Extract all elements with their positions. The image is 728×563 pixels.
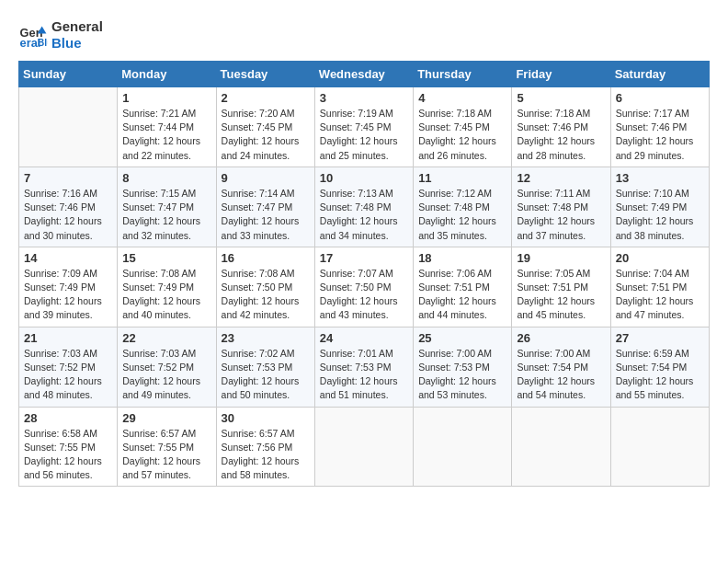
- calendar-table: SundayMondayTuesdayWednesdayThursdayFrid…: [18, 61, 710, 487]
- day-info: Sunrise: 7:12 AM Sunset: 7:48 PM Dayligh…: [418, 187, 506, 243]
- week-row-1: 1Sunrise: 7:21 AM Sunset: 7:44 PM Daylig…: [19, 87, 710, 167]
- day-cell: [512, 407, 610, 487]
- day-number: 2: [222, 91, 310, 105]
- day-number: 4: [418, 91, 506, 105]
- day-number: 3: [320, 91, 408, 105]
- col-header-thursday: Thursday: [414, 62, 512, 87]
- day-number: 27: [616, 331, 704, 345]
- col-header-sunday: Sunday: [19, 62, 118, 87]
- day-cell: 18Sunrise: 7:06 AM Sunset: 7:51 PM Dayli…: [414, 247, 512, 327]
- day-cell: 24Sunrise: 7:01 AM Sunset: 7:53 PM Dayli…: [314, 327, 413, 407]
- day-number: 9: [222, 171, 310, 185]
- day-cell: 14Sunrise: 7:09 AM Sunset: 7:49 PM Dayli…: [19, 247, 118, 327]
- week-row-2: 7Sunrise: 7:16 AM Sunset: 7:46 PM Daylig…: [19, 167, 710, 247]
- day-number: 29: [122, 411, 210, 425]
- day-info: Sunrise: 7:03 AM Sunset: 7:52 PM Dayligh…: [24, 347, 112, 403]
- day-info: Sunrise: 7:17 AM Sunset: 7:46 PM Dayligh…: [616, 107, 704, 163]
- svg-text:Blue: Blue: [38, 38, 48, 48]
- day-cell: 11Sunrise: 7:12 AM Sunset: 7:48 PM Dayli…: [414, 167, 512, 247]
- calendar-header-row: SundayMondayTuesdayWednesdayThursdayFrid…: [19, 62, 710, 87]
- day-cell: 27Sunrise: 6:59 AM Sunset: 7:54 PM Dayli…: [610, 327, 709, 407]
- logo-line2: Blue: [51, 35, 103, 52]
- day-number: 5: [517, 91, 605, 105]
- day-cell: 10Sunrise: 7:13 AM Sunset: 7:48 PM Dayli…: [314, 167, 413, 247]
- day-cell: 23Sunrise: 7:02 AM Sunset: 7:53 PM Dayli…: [216, 327, 314, 407]
- day-number: 26: [517, 331, 605, 345]
- day-cell: 22Sunrise: 7:03 AM Sunset: 7:52 PM Dayli…: [118, 327, 216, 407]
- day-info: Sunrise: 6:57 AM Sunset: 7:56 PM Dayligh…: [222, 427, 310, 483]
- day-info: Sunrise: 7:02 AM Sunset: 7:53 PM Dayligh…: [222, 347, 310, 403]
- day-cell: 28Sunrise: 6:58 AM Sunset: 7:55 PM Dayli…: [19, 407, 118, 487]
- day-number: 8: [122, 171, 210, 185]
- day-number: 7: [24, 171, 112, 185]
- header: Gen eral Blue General Blue: [18, 18, 710, 52]
- day-cell: 19Sunrise: 7:05 AM Sunset: 7:51 PM Dayli…: [512, 247, 610, 327]
- day-number: 23: [222, 331, 310, 345]
- day-info: Sunrise: 7:05 AM Sunset: 7:51 PM Dayligh…: [517, 267, 605, 323]
- day-number: 13: [616, 171, 704, 185]
- day-info: Sunrise: 6:57 AM Sunset: 7:55 PM Dayligh…: [122, 427, 210, 483]
- day-number: 30: [222, 411, 310, 425]
- day-cell: 15Sunrise: 7:08 AM Sunset: 7:49 PM Dayli…: [118, 247, 216, 327]
- day-info: Sunrise: 7:00 AM Sunset: 7:54 PM Dayligh…: [517, 347, 605, 403]
- col-header-tuesday: Tuesday: [216, 62, 314, 87]
- day-cell: [314, 407, 413, 487]
- day-cell: 25Sunrise: 7:00 AM Sunset: 7:53 PM Dayli…: [414, 327, 512, 407]
- logo-icon: Gen eral Blue: [18, 20, 48, 50]
- week-row-4: 21Sunrise: 7:03 AM Sunset: 7:52 PM Dayli…: [19, 327, 710, 407]
- week-row-3: 14Sunrise: 7:09 AM Sunset: 7:49 PM Dayli…: [19, 247, 710, 327]
- day-cell: 9Sunrise: 7:14 AM Sunset: 7:47 PM Daylig…: [216, 167, 314, 247]
- day-number: 6: [616, 91, 704, 105]
- day-number: 21: [24, 331, 112, 345]
- logo-line1: General: [51, 18, 103, 35]
- day-cell: [19, 87, 118, 167]
- day-cell: 26Sunrise: 7:00 AM Sunset: 7:54 PM Dayli…: [512, 327, 610, 407]
- day-info: Sunrise: 6:58 AM Sunset: 7:55 PM Dayligh…: [24, 427, 112, 483]
- day-info: Sunrise: 7:13 AM Sunset: 7:48 PM Dayligh…: [320, 187, 408, 243]
- day-number: 1: [122, 91, 210, 105]
- day-info: Sunrise: 7:06 AM Sunset: 7:51 PM Dayligh…: [418, 267, 506, 323]
- day-info: Sunrise: 7:10 AM Sunset: 7:49 PM Dayligh…: [616, 187, 704, 243]
- day-number: 18: [418, 251, 506, 265]
- day-cell: 30Sunrise: 6:57 AM Sunset: 7:56 PM Dayli…: [216, 407, 314, 487]
- col-header-monday: Monday: [118, 62, 216, 87]
- day-number: 19: [517, 251, 605, 265]
- day-cell: 12Sunrise: 7:11 AM Sunset: 7:48 PM Dayli…: [512, 167, 610, 247]
- col-header-wednesday: Wednesday: [314, 62, 413, 87]
- day-number: 14: [24, 251, 112, 265]
- day-number: 15: [122, 251, 210, 265]
- day-cell: [414, 407, 512, 487]
- day-info: Sunrise: 7:04 AM Sunset: 7:51 PM Dayligh…: [616, 267, 704, 323]
- day-cell: 16Sunrise: 7:08 AM Sunset: 7:50 PM Dayli…: [216, 247, 314, 327]
- day-info: Sunrise: 7:20 AM Sunset: 7:45 PM Dayligh…: [222, 107, 310, 163]
- day-info: Sunrise: 7:08 AM Sunset: 7:49 PM Dayligh…: [122, 267, 210, 323]
- day-number: 20: [616, 251, 704, 265]
- day-info: Sunrise: 7:03 AM Sunset: 7:52 PM Dayligh…: [122, 347, 210, 403]
- day-cell: 21Sunrise: 7:03 AM Sunset: 7:52 PM Dayli…: [19, 327, 118, 407]
- day-number: 25: [418, 331, 506, 345]
- day-info: Sunrise: 7:18 AM Sunset: 7:46 PM Dayligh…: [517, 107, 605, 163]
- day-info: Sunrise: 7:21 AM Sunset: 7:44 PM Dayligh…: [122, 107, 210, 163]
- col-header-saturday: Saturday: [610, 62, 709, 87]
- day-number: 28: [24, 411, 112, 425]
- day-cell: 29Sunrise: 6:57 AM Sunset: 7:55 PM Dayli…: [118, 407, 216, 487]
- day-info: Sunrise: 7:00 AM Sunset: 7:53 PM Dayligh…: [418, 347, 506, 403]
- day-cell: 1Sunrise: 7:21 AM Sunset: 7:44 PM Daylig…: [118, 87, 216, 167]
- day-cell: [610, 407, 709, 487]
- day-cell: 5Sunrise: 7:18 AM Sunset: 7:46 PM Daylig…: [512, 87, 610, 167]
- col-header-friday: Friday: [512, 62, 610, 87]
- day-info: Sunrise: 7:08 AM Sunset: 7:50 PM Dayligh…: [222, 267, 310, 323]
- day-number: 17: [320, 251, 408, 265]
- day-number: 12: [517, 171, 605, 185]
- day-number: 24: [320, 331, 408, 345]
- day-cell: 2Sunrise: 7:20 AM Sunset: 7:45 PM Daylig…: [216, 87, 314, 167]
- day-cell: 20Sunrise: 7:04 AM Sunset: 7:51 PM Dayli…: [610, 247, 709, 327]
- day-info: Sunrise: 7:18 AM Sunset: 7:45 PM Dayligh…: [418, 107, 506, 163]
- day-info: Sunrise: 7:19 AM Sunset: 7:45 PM Dayligh…: [320, 107, 408, 163]
- day-number: 11: [418, 171, 506, 185]
- day-cell: 3Sunrise: 7:19 AM Sunset: 7:45 PM Daylig…: [314, 87, 413, 167]
- day-cell: 13Sunrise: 7:10 AM Sunset: 7:49 PM Dayli…: [610, 167, 709, 247]
- day-number: 10: [320, 171, 408, 185]
- day-info: Sunrise: 7:09 AM Sunset: 7:49 PM Dayligh…: [24, 267, 112, 323]
- week-row-5: 28Sunrise: 6:58 AM Sunset: 7:55 PM Dayli…: [19, 407, 710, 487]
